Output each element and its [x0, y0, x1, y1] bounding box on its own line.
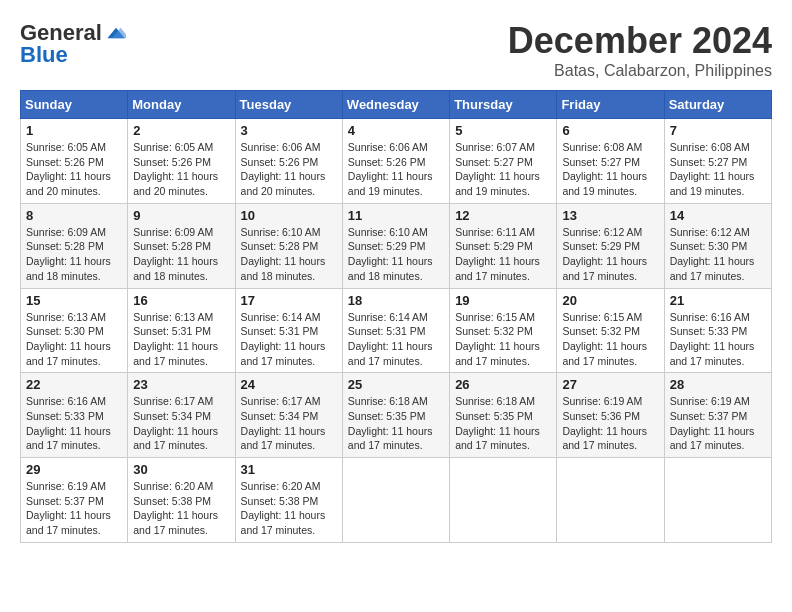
day-cell: 15 Sunrise: 6:13 AMSunset: 5:30 PMDaylig… [21, 288, 128, 373]
day-info: Sunrise: 6:17 AMSunset: 5:34 PMDaylight:… [241, 395, 326, 451]
day-info: Sunrise: 6:18 AMSunset: 5:35 PMDaylight:… [455, 395, 540, 451]
day-info: Sunrise: 6:09 AMSunset: 5:28 PMDaylight:… [26, 226, 111, 282]
day-number: 26 [455, 377, 551, 392]
day-info: Sunrise: 6:11 AMSunset: 5:29 PMDaylight:… [455, 226, 540, 282]
week-row-1: 1 Sunrise: 6:05 AMSunset: 5:26 PMDayligh… [21, 119, 772, 204]
header-monday: Monday [128, 91, 235, 119]
day-cell: 24 Sunrise: 6:17 AMSunset: 5:34 PMDaylig… [235, 373, 342, 458]
day-number: 22 [26, 377, 122, 392]
day-cell: 20 Sunrise: 6:15 AMSunset: 5:32 PMDaylig… [557, 288, 664, 373]
day-number: 17 [241, 293, 337, 308]
day-info: Sunrise: 6:12 AMSunset: 5:30 PMDaylight:… [670, 226, 755, 282]
header-friday: Friday [557, 91, 664, 119]
day-number: 25 [348, 377, 444, 392]
day-number: 2 [133, 123, 229, 138]
day-number: 4 [348, 123, 444, 138]
header-sunday: Sunday [21, 91, 128, 119]
day-info: Sunrise: 6:13 AMSunset: 5:31 PMDaylight:… [133, 311, 218, 367]
day-info: Sunrise: 6:19 AMSunset: 5:37 PMDaylight:… [670, 395, 755, 451]
week-row-2: 8 Sunrise: 6:09 AMSunset: 5:28 PMDayligh… [21, 203, 772, 288]
day-number: 11 [348, 208, 444, 223]
day-cell: 1 Sunrise: 6:05 AMSunset: 5:26 PMDayligh… [21, 119, 128, 204]
day-number: 16 [133, 293, 229, 308]
day-cell: 13 Sunrise: 6:12 AMSunset: 5:29 PMDaylig… [557, 203, 664, 288]
location-title: Batas, Calabarzon, Philippines [508, 62, 772, 80]
day-number: 20 [562, 293, 658, 308]
header-thursday: Thursday [450, 91, 557, 119]
day-number: 19 [455, 293, 551, 308]
day-info: Sunrise: 6:20 AMSunset: 5:38 PMDaylight:… [133, 480, 218, 536]
day-cell: 16 Sunrise: 6:13 AMSunset: 5:31 PMDaylig… [128, 288, 235, 373]
day-cell: 8 Sunrise: 6:09 AMSunset: 5:28 PMDayligh… [21, 203, 128, 288]
week-row-5: 29 Sunrise: 6:19 AMSunset: 5:37 PMDaylig… [21, 458, 772, 543]
day-info: Sunrise: 6:20 AMSunset: 5:38 PMDaylight:… [241, 480, 326, 536]
week-row-3: 15 Sunrise: 6:13 AMSunset: 5:30 PMDaylig… [21, 288, 772, 373]
day-info: Sunrise: 6:06 AMSunset: 5:26 PMDaylight:… [348, 141, 433, 197]
day-cell: 5 Sunrise: 6:07 AMSunset: 5:27 PMDayligh… [450, 119, 557, 204]
day-cell: 31 Sunrise: 6:20 AMSunset: 5:38 PMDaylig… [235, 458, 342, 543]
logo-icon [106, 23, 126, 43]
day-number: 13 [562, 208, 658, 223]
day-number: 3 [241, 123, 337, 138]
logo-blue-text: Blue [20, 42, 68, 68]
header-wednesday: Wednesday [342, 91, 449, 119]
day-number: 30 [133, 462, 229, 477]
day-number: 29 [26, 462, 122, 477]
day-number: 14 [670, 208, 766, 223]
day-number: 10 [241, 208, 337, 223]
day-number: 18 [348, 293, 444, 308]
logo: General Blue [20, 20, 126, 68]
day-info: Sunrise: 6:05 AMSunset: 5:26 PMDaylight:… [26, 141, 111, 197]
day-info: Sunrise: 6:12 AMSunset: 5:29 PMDaylight:… [562, 226, 647, 282]
day-number: 12 [455, 208, 551, 223]
day-info: Sunrise: 6:10 AMSunset: 5:28 PMDaylight:… [241, 226, 326, 282]
day-info: Sunrise: 6:09 AMSunset: 5:28 PMDaylight:… [133, 226, 218, 282]
day-number: 5 [455, 123, 551, 138]
page-header: General Blue December 2024 Batas, Calaba… [20, 20, 772, 80]
day-number: 6 [562, 123, 658, 138]
day-cell: 2 Sunrise: 6:05 AMSunset: 5:26 PMDayligh… [128, 119, 235, 204]
week-row-4: 22 Sunrise: 6:16 AMSunset: 5:33 PMDaylig… [21, 373, 772, 458]
day-number: 24 [241, 377, 337, 392]
day-info: Sunrise: 6:15 AMSunset: 5:32 PMDaylight:… [455, 311, 540, 367]
day-cell: 9 Sunrise: 6:09 AMSunset: 5:28 PMDayligh… [128, 203, 235, 288]
day-cell: 7 Sunrise: 6:08 AMSunset: 5:27 PMDayligh… [664, 119, 771, 204]
header-tuesday: Tuesday [235, 91, 342, 119]
day-info: Sunrise: 6:18 AMSunset: 5:35 PMDaylight:… [348, 395, 433, 451]
day-info: Sunrise: 6:17 AMSunset: 5:34 PMDaylight:… [133, 395, 218, 451]
day-cell: 30 Sunrise: 6:20 AMSunset: 5:38 PMDaylig… [128, 458, 235, 543]
day-cell: 26 Sunrise: 6:18 AMSunset: 5:35 PMDaylig… [450, 373, 557, 458]
day-cell: 22 Sunrise: 6:16 AMSunset: 5:33 PMDaylig… [21, 373, 128, 458]
day-cell: 10 Sunrise: 6:10 AMSunset: 5:28 PMDaylig… [235, 203, 342, 288]
day-cell: 14 Sunrise: 6:12 AMSunset: 5:30 PMDaylig… [664, 203, 771, 288]
day-number: 27 [562, 377, 658, 392]
day-info: Sunrise: 6:14 AMSunset: 5:31 PMDaylight:… [348, 311, 433, 367]
day-cell: 23 Sunrise: 6:17 AMSunset: 5:34 PMDaylig… [128, 373, 235, 458]
day-number: 15 [26, 293, 122, 308]
day-info: Sunrise: 6:15 AMSunset: 5:32 PMDaylight:… [562, 311, 647, 367]
day-number: 28 [670, 377, 766, 392]
day-number: 7 [670, 123, 766, 138]
day-cell [450, 458, 557, 543]
day-info: Sunrise: 6:10 AMSunset: 5:29 PMDaylight:… [348, 226, 433, 282]
header-saturday: Saturday [664, 91, 771, 119]
day-cell [557, 458, 664, 543]
day-cell: 4 Sunrise: 6:06 AMSunset: 5:26 PMDayligh… [342, 119, 449, 204]
day-info: Sunrise: 6:07 AMSunset: 5:27 PMDaylight:… [455, 141, 540, 197]
day-cell: 19 Sunrise: 6:15 AMSunset: 5:32 PMDaylig… [450, 288, 557, 373]
day-number: 31 [241, 462, 337, 477]
day-number: 23 [133, 377, 229, 392]
day-cell: 29 Sunrise: 6:19 AMSunset: 5:37 PMDaylig… [21, 458, 128, 543]
day-cell: 18 Sunrise: 6:14 AMSunset: 5:31 PMDaylig… [342, 288, 449, 373]
day-info: Sunrise: 6:05 AMSunset: 5:26 PMDaylight:… [133, 141, 218, 197]
day-cell [342, 458, 449, 543]
title-block: December 2024 Batas, Calabarzon, Philipp… [508, 20, 772, 80]
day-cell: 6 Sunrise: 6:08 AMSunset: 5:27 PMDayligh… [557, 119, 664, 204]
day-cell: 12 Sunrise: 6:11 AMSunset: 5:29 PMDaylig… [450, 203, 557, 288]
day-cell: 11 Sunrise: 6:10 AMSunset: 5:29 PMDaylig… [342, 203, 449, 288]
day-number: 8 [26, 208, 122, 223]
day-info: Sunrise: 6:08 AMSunset: 5:27 PMDaylight:… [670, 141, 755, 197]
day-info: Sunrise: 6:19 AMSunset: 5:36 PMDaylight:… [562, 395, 647, 451]
day-cell: 21 Sunrise: 6:16 AMSunset: 5:33 PMDaylig… [664, 288, 771, 373]
day-info: Sunrise: 6:06 AMSunset: 5:26 PMDaylight:… [241, 141, 326, 197]
